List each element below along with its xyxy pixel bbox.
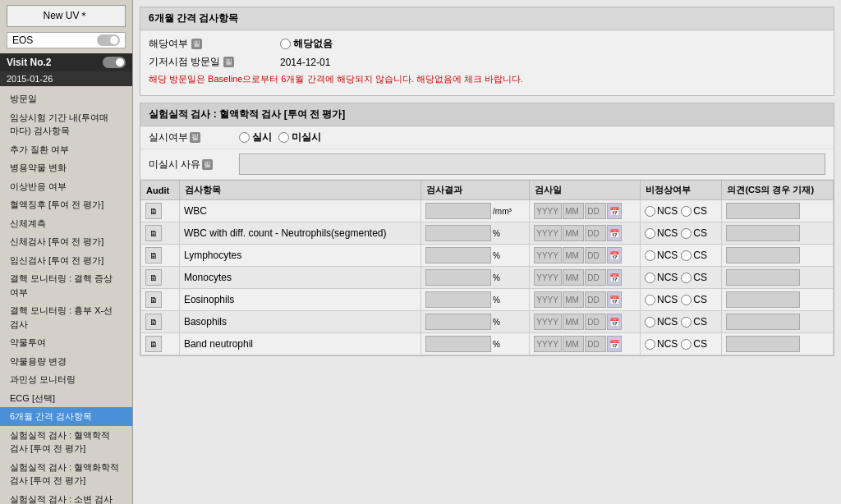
audit-icon[interactable]: 🗎: [145, 269, 162, 286]
nav-item-tb-symptom[interactable]: 결핵 모니터링 : 결핵 증상여부: [0, 269, 132, 301]
date-yyyy[interactable]: [534, 225, 562, 241]
opinion-input[interactable]: [726, 291, 800, 308]
ncs-radio[interactable]: [645, 295, 655, 305]
nav-item-blood-pre[interactable]: 실험실적 검사 : 혈액학적검사 [투여 전 평가]: [0, 426, 132, 458]
opinion-input[interactable]: [726, 314, 800, 330]
date-mm[interactable]: [563, 314, 584, 330]
date-dd[interactable]: [585, 314, 606, 330]
nav-item-physical[interactable]: 신체계측: [0, 214, 132, 233]
nav-item-6month[interactable]: 6개월 간격 검사항목: [0, 407, 132, 426]
nav-item-urine[interactable]: 실험실적 검사 : 소변 검사: [0, 490, 132, 505]
result-input[interactable]: [425, 314, 491, 330]
date-mm[interactable]: [563, 203, 584, 219]
date-yyyy[interactable]: [534, 269, 562, 286]
nav-item-drug-admin[interactable]: 약물투여: [0, 333, 132, 352]
ncs-radio[interactable]: [645, 273, 655, 283]
cs-label[interactable]: CS: [681, 250, 707, 261]
date-mm[interactable]: [563, 225, 584, 241]
cs-label[interactable]: CS: [681, 205, 707, 217]
nav-item-drug-dose[interactable]: 약물용량 변경: [0, 352, 132, 371]
date-dd[interactable]: [585, 203, 606, 219]
applicable-no-label[interactable]: 해당없음: [280, 37, 333, 51]
cs-radio[interactable]: [681, 339, 692, 350]
date-dd[interactable]: [585, 247, 606, 263]
result-input[interactable]: [425, 225, 491, 241]
opinion-input[interactable]: [726, 225, 800, 241]
cs-label[interactable]: CS: [681, 272, 707, 283]
opinion-input[interactable]: [726, 247, 800, 263]
date-yyyy[interactable]: [534, 291, 562, 308]
ncs-radio[interactable]: [645, 228, 655, 239]
result-input[interactable]: [425, 203, 491, 219]
ncs-label[interactable]: NCS: [645, 316, 678, 328]
not-performed-textarea[interactable]: [239, 153, 825, 175]
calendar-button[interactable]: 📅: [607, 269, 622, 286]
audit-icon[interactable]: 🗎: [145, 225, 162, 241]
calendar-button[interactable]: 📅: [607, 247, 622, 263]
cs-radio[interactable]: [681, 317, 692, 328]
result-input[interactable]: [425, 291, 491, 308]
cs-radio[interactable]: [681, 273, 692, 283]
performed-no-radio[interactable]: [278, 132, 289, 143]
nav-item-hematology[interactable]: 혈액징후 [투여 전 평가]: [0, 195, 132, 214]
result-input[interactable]: [425, 247, 491, 263]
visit-toggle[interactable]: [103, 57, 126, 68]
cs-radio[interactable]: [681, 250, 692, 261]
date-yyyy[interactable]: [534, 336, 562, 352]
opinion-input[interactable]: [726, 269, 800, 286]
nav-item-concomitant[interactable]: 병용약물 변화: [0, 158, 132, 177]
audit-icon[interactable]: 🗎: [145, 203, 162, 219]
result-input[interactable]: [425, 336, 491, 352]
performed-yes-radio[interactable]: [239, 132, 250, 143]
result-input[interactable]: [425, 269, 491, 286]
eos-toggle[interactable]: [97, 34, 120, 46]
date-yyyy[interactable]: [534, 247, 562, 263]
cs-label[interactable]: CS: [681, 316, 707, 328]
ncs-label[interactable]: NCS: [645, 272, 678, 283]
cs-label[interactable]: CS: [681, 338, 707, 350]
calendar-button[interactable]: 📅: [607, 336, 622, 352]
opinion-input[interactable]: [726, 203, 800, 219]
ncs-radio[interactable]: [645, 206, 655, 217]
nav-item-tb-xray[interactable]: 결핵 모니터링 : 흉부 X-선검사: [0, 301, 132, 333]
ncs-radio[interactable]: [645, 339, 655, 350]
nav-item-pregnancy[interactable]: 임신검사 [투여 전 평가]: [0, 251, 132, 270]
nav-item-ecg[interactable]: ECG [선택]: [0, 389, 132, 408]
nav-item-physical-exam[interactable]: 신체검사 [투여 전 평가]: [0, 232, 132, 251]
cs-label[interactable]: CS: [681, 227, 707, 239]
audit-icon[interactable]: 🗎: [145, 291, 162, 308]
date-dd[interactable]: [585, 269, 606, 286]
nav-item-allergy[interactable]: 과민성 모니터링: [0, 370, 132, 389]
audit-icon[interactable]: 🗎: [145, 247, 162, 263]
date-dd[interactable]: [585, 225, 606, 241]
nav-item-followup[interactable]: 추가 질환 여부: [0, 140, 132, 159]
date-dd[interactable]: [585, 336, 606, 352]
opinion-input[interactable]: [726, 336, 800, 352]
nav-item-adverse[interactable]: 이상반응 여부: [0, 177, 132, 196]
audit-icon[interactable]: 🗎: [145, 336, 162, 352]
date-mm[interactable]: [563, 291, 584, 308]
ncs-label[interactable]: NCS: [645, 250, 678, 261]
nav-item-blood-chem-pre[interactable]: 실험실적 검사 : 혈액화학적검사 [투여 전 평가]: [0, 458, 132, 490]
nav-item-clinical[interactable]: 임상시험 기간 내(투여매마다) 검사항목: [0, 108, 132, 140]
ncs-radio[interactable]: [645, 317, 655, 328]
date-yyyy[interactable]: [534, 203, 562, 219]
date-dd[interactable]: [585, 291, 606, 308]
date-mm[interactable]: [563, 247, 584, 263]
ncs-label[interactable]: NCS: [645, 338, 678, 350]
date-mm[interactable]: [563, 336, 584, 352]
performed-yes-label[interactable]: 실시: [239, 131, 272, 144]
date-mm[interactable]: [563, 269, 584, 286]
cs-radio[interactable]: [681, 206, 692, 217]
ncs-label[interactable]: NCS: [645, 294, 678, 305]
audit-icon[interactable]: 🗎: [145, 314, 162, 330]
calendar-button[interactable]: 📅: [607, 225, 622, 241]
calendar-button[interactable]: 📅: [607, 291, 622, 308]
date-yyyy[interactable]: [534, 314, 562, 330]
ncs-label[interactable]: NCS: [645, 227, 678, 239]
nav-item-bangmunl[interactable]: 방문일: [0, 89, 132, 108]
cs-radio[interactable]: [681, 228, 692, 239]
performed-no-label[interactable]: 미실시: [278, 131, 321, 144]
ncs-label[interactable]: NCS: [645, 205, 678, 217]
new-uv-button[interactable]: New UV＊: [7, 5, 126, 27]
